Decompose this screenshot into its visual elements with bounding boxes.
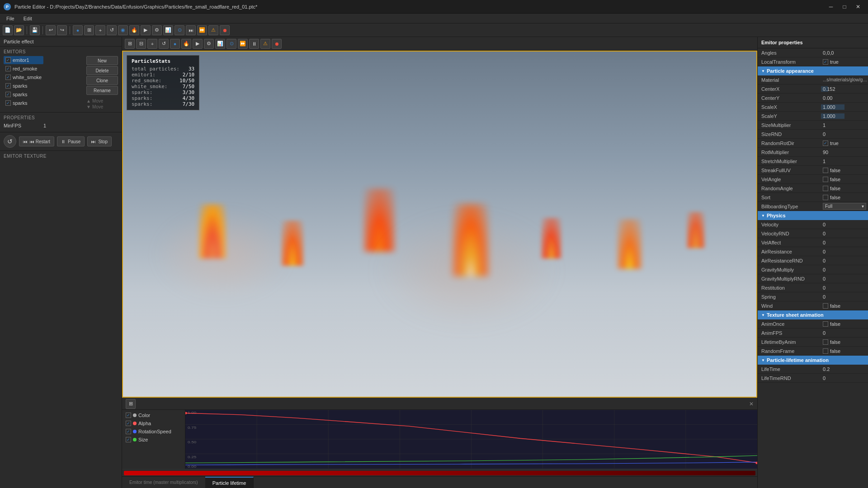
val-airresistancernd[interactable]: 0 xyxy=(821,258,868,263)
toolbar-chart[interactable]: 📊 xyxy=(163,25,173,35)
section-header-texture[interactable]: ▼ Texture sheet animation xyxy=(758,310,868,319)
toolbar-refresh[interactable]: ↺ xyxy=(107,25,117,35)
rename-button[interactable]: Rename xyxy=(86,86,118,95)
vp-chart-btn[interactable]: 📊 xyxy=(215,39,225,49)
legend-alpha[interactable]: ✓ Alpha xyxy=(124,420,183,427)
vp-record-btn[interactable]: ⏺ xyxy=(272,39,282,49)
val-airresistance[interactable]: 0 xyxy=(821,249,868,254)
legend-check-alpha[interactable]: ✓ xyxy=(126,421,131,426)
val-spring[interactable]: 0 xyxy=(821,294,868,300)
val-scalex[interactable]: 1.000 xyxy=(821,104,868,110)
toolbar-save[interactable]: 💾 xyxy=(30,25,40,35)
vp-emitor-btn[interactable]: ▶ xyxy=(193,39,203,49)
toolbar-settings[interactable]: ⚙ xyxy=(152,25,162,35)
clone-button[interactable]: Clone xyxy=(86,76,118,85)
tab-particle-lifetime[interactable]: Particle lifetime xyxy=(205,477,254,488)
toolbar-grid[interactable]: ⊞ xyxy=(84,25,94,35)
emitor-item-1[interactable]: ✓ red_smoke xyxy=(4,65,43,73)
toolbar-add[interactable]: + xyxy=(95,25,105,35)
close-button[interactable]: ✕ xyxy=(852,2,864,11)
menu-file[interactable]: File xyxy=(2,15,19,22)
toolbar-arrow-right[interactable]: ▶ xyxy=(141,25,151,35)
val-gravitymultrnd[interactable]: 0 xyxy=(821,276,868,282)
legend-check-rotation[interactable]: ✓ xyxy=(126,429,131,434)
section-header-appearance[interactable]: ▼ Particle appearance xyxy=(758,66,868,75)
maximize-button[interactable]: □ xyxy=(838,2,851,11)
cb-velangle[interactable] xyxy=(823,177,828,182)
val-lifetimernd[interactable]: 0 xyxy=(821,375,868,381)
emitor-checkbox-0[interactable]: ✓ xyxy=(5,57,11,63)
toolbar-warning[interactable]: ⚠ xyxy=(208,25,218,35)
cb-localtransform[interactable]: ✓ xyxy=(823,59,828,65)
cb-wind[interactable] xyxy=(823,303,828,309)
val-lifetime[interactable]: 0.2 xyxy=(821,366,868,372)
emitor-item-5[interactable]: ✓ sparks xyxy=(4,99,43,107)
emitor-checkbox-3[interactable]: ✓ xyxy=(5,83,11,89)
legend-color[interactable]: ✓ Color xyxy=(124,412,183,419)
minimize-button[interactable]: ─ xyxy=(825,2,837,11)
cb-randomrotdir[interactable]: ✓ xyxy=(823,141,828,146)
cb-sort[interactable] xyxy=(823,195,828,200)
cb-randomframe[interactable] xyxy=(823,348,828,354)
toolbar-circle2[interactable]: ⊙ xyxy=(175,25,184,35)
toolbar-fire[interactable]: 🔥 xyxy=(129,25,139,35)
emitor-checkbox-1[interactable]: ✓ xyxy=(5,66,11,71)
val-animfps[interactable]: 0 xyxy=(821,330,868,336)
vp-reset-btn[interactable]: ↺ xyxy=(159,39,169,49)
cb-randomangle[interactable] xyxy=(823,186,828,191)
val-gravitymult[interactable]: 0 xyxy=(821,267,868,272)
cb-lifetimebyanim[interactable] xyxy=(823,339,828,345)
vp-sphere-btn[interactable]: ⊙ xyxy=(226,39,236,49)
val-angles[interactable]: 0,0,0 xyxy=(821,50,868,56)
emitor-item-4[interactable]: ✓ sparks xyxy=(4,90,43,99)
toolbar-record[interactable]: ⏺ xyxy=(220,25,230,35)
stop-button[interactable]: ⏭ Stop xyxy=(87,136,112,146)
toolbar-redo[interactable]: ↪ xyxy=(57,25,67,35)
vp-grid-btn[interactable]: ⊞ xyxy=(125,39,135,49)
delete-button[interactable]: Delete xyxy=(86,66,118,75)
toolbar-undo[interactable]: ↩ xyxy=(46,25,56,35)
toolbar-sphere[interactable]: ◉ xyxy=(118,25,128,35)
legend-size[interactable]: ✓ Size xyxy=(124,436,183,443)
section-header-physics[interactable]: ▼ Physics xyxy=(758,211,868,220)
toolbar-fastforward[interactable]: ⏩ xyxy=(197,25,207,35)
toolbar-open[interactable]: 📂 xyxy=(14,25,24,35)
vp-grid2-btn[interactable]: ⊟ xyxy=(136,39,146,49)
toolbar-circle[interactable]: ● xyxy=(73,25,83,35)
menu-edit[interactable]: Edit xyxy=(19,15,37,22)
new-button[interactable]: New xyxy=(86,56,118,65)
emitor-checkbox-2[interactable]: ✓ xyxy=(5,75,11,80)
val-stretchmult[interactable]: 1 xyxy=(821,159,868,164)
cb-streakfulluv[interactable] xyxy=(823,168,828,173)
emitor-item-3[interactable]: ✓ sparks xyxy=(4,82,43,90)
pause-button[interactable]: ⏸ Pause xyxy=(57,136,85,146)
section-header-particle-anim[interactable]: ▼ Particle-lifetime animation xyxy=(758,356,868,365)
vp-add-btn[interactable]: + xyxy=(147,39,157,49)
val-restitution[interactable]: 0 xyxy=(821,285,868,291)
toolbar-skip[interactable]: ⏭ xyxy=(186,25,196,35)
billboarding-dropdown[interactable]: Full ▾ xyxy=(823,203,866,210)
val-sizernd[interactable]: 0 xyxy=(821,131,868,137)
vp-skip-btn[interactable]: ⏩ xyxy=(238,39,248,49)
val-centery[interactable]: 0.00 xyxy=(821,95,868,101)
val-velocity[interactable]: 0 xyxy=(821,222,868,227)
vp-circle-btn[interactable]: ● xyxy=(170,39,180,49)
val-centerx[interactable]: 0.152 xyxy=(821,86,868,92)
val-rotmult[interactable]: 90 xyxy=(821,150,868,155)
toolbar-new-file[interactable]: 📄 xyxy=(3,25,13,35)
val-velocityrnd[interactable]: 0 xyxy=(821,231,868,236)
cb-animonce[interactable] xyxy=(823,321,828,327)
emitor-item-2[interactable]: ✓ white_smoke xyxy=(4,73,43,81)
legend-check-size[interactable]: ✓ xyxy=(126,437,131,442)
bottom-grid-icon[interactable]: ⊞ xyxy=(126,399,136,409)
vp-fire-btn[interactable]: 🔥 xyxy=(181,39,191,49)
emitor-checkbox-5[interactable]: ✓ xyxy=(5,100,11,106)
vp-pause-btn[interactable]: ⏸ xyxy=(249,39,259,49)
material-text[interactable]: ...s/materials/glow/glow1.em xyxy=(823,77,868,82)
vp-warn-btn[interactable]: ⚠ xyxy=(260,39,270,49)
legend-check-color[interactable]: ✓ xyxy=(126,413,131,418)
refresh-button[interactable]: ↺ xyxy=(4,135,16,148)
prop-val-minfps[interactable]: 1 xyxy=(43,123,46,128)
restart-button[interactable]: ⏮ ⏮ Restart xyxy=(19,136,54,146)
bottom-collapse-btn[interactable]: ✕ xyxy=(749,401,754,407)
